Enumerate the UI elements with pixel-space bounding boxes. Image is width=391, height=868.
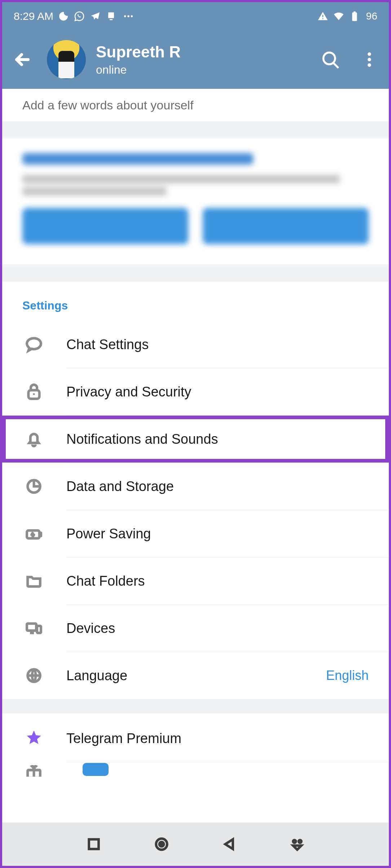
more-menu-button[interactable] (360, 50, 379, 69)
more-dots-icon (121, 10, 136, 22)
svg-point-23 (293, 840, 296, 843)
settings-row-chat-settings[interactable]: Chat Settings (2, 321, 389, 368)
profile-avatar[interactable] (47, 40, 86, 79)
svg-rect-8 (353, 12, 355, 13)
settings-row-label: Chat Folders (66, 573, 369, 589)
divider-gap (2, 264, 389, 282)
lock-icon (22, 382, 45, 401)
dnd-moon-icon (58, 10, 69, 22)
back-button[interactable] (12, 49, 32, 70)
app-header: Supreeth R online (2, 30, 389, 89)
settings-row-label: Notifications and Sounds (66, 431, 369, 447)
svg-rect-5 (322, 15, 324, 17)
profile-status: online (96, 63, 181, 77)
whatsapp-icon (74, 10, 85, 22)
battery-icon (349, 10, 360, 22)
notification-icon (105, 10, 117, 22)
nav-keyboard-hide-button[interactable] (287, 834, 307, 854)
settings-row-chat-folders[interactable]: Chat Folders (2, 557, 389, 604)
bio-placeholder: Add a few words about yourself (22, 98, 193, 112)
devices-icon (22, 619, 45, 638)
new-badge (83, 763, 109, 776)
status-bar: 8:29 AM 96 (2, 2, 389, 30)
premium-star-icon (22, 729, 45, 748)
svg-point-9 (368, 52, 371, 56)
settings-row-label: Privacy and Security (66, 384, 369, 400)
settings-row-telegram-premium[interactable]: Telegram Premium (2, 715, 389, 762)
svg-point-2 (124, 15, 126, 17)
blurred-button-1[interactable] (22, 208, 188, 244)
svg-rect-0 (108, 12, 114, 18)
clock: 8:29 AM (14, 10, 53, 22)
premium-section: Telegram Premium X (2, 713, 389, 777)
settings-row-label: Telegram Premium (66, 731, 369, 746)
nav-back-button[interactable] (219, 834, 240, 854)
settings-row-label: Data and Storage (66, 479, 369, 494)
svg-point-3 (127, 15, 129, 17)
nav-home-button[interactable] (151, 834, 172, 854)
blurred-button-2[interactable] (203, 208, 369, 244)
svg-rect-1 (110, 19, 113, 20)
divider-gap (2, 121, 389, 139)
blurred-promo-card (2, 139, 389, 264)
settings-row-power-saving[interactable]: Power Saving (2, 510, 389, 557)
battery-charge-icon (22, 524, 45, 543)
settings-row-label: Chat Settings (66, 337, 369, 352)
svg-rect-16 (27, 624, 36, 631)
globe-icon (22, 666, 45, 685)
svg-point-4 (131, 15, 133, 17)
settings-row-gift-premium-partial[interactable]: X (2, 762, 389, 777)
svg-point-22 (158, 841, 165, 847)
svg-point-10 (368, 58, 371, 61)
section-gap (2, 699, 389, 713)
svg-rect-6 (322, 18, 324, 19)
svg-rect-20 (89, 839, 99, 849)
warning-icon (317, 10, 329, 22)
svg-point-13 (33, 393, 35, 395)
settings-row-devices[interactable]: Devices (2, 605, 389, 652)
wifi-icon (333, 10, 344, 22)
nav-recents-button[interactable] (84, 834, 104, 854)
settings-row-label: Devices (66, 621, 369, 636)
settings-section-title: Settings (2, 290, 389, 321)
settings-row-label: Language (66, 668, 326, 683)
gift-icon (22, 762, 45, 777)
settings-row-privacy[interactable]: Privacy and Security (2, 368, 389, 415)
svg-point-11 (368, 63, 371, 67)
bio-field[interactable]: Add a few words about yourself (2, 89, 389, 121)
system-nav-bar (2, 823, 389, 866)
pie-chart-icon (22, 477, 45, 496)
profile-name: Supreeth R (96, 43, 181, 61)
folder-icon (22, 572, 45, 590)
settings-section: Settings Chat Settings Privacy and Secur… (2, 282, 389, 699)
svg-rect-7 (352, 12, 357, 21)
battery-level: 96 (366, 10, 377, 22)
bell-icon (22, 430, 45, 448)
settings-row-label: Power Saving (66, 526, 369, 542)
settings-row-value: English (326, 668, 369, 683)
svg-rect-17 (37, 626, 41, 633)
telegram-icon (89, 10, 101, 22)
settings-row-language[interactable]: Language English (2, 652, 389, 699)
settings-row-notifications[interactable]: Notifications and Sounds (2, 416, 389, 463)
chat-bubble-icon (22, 335, 45, 354)
svg-point-24 (299, 840, 302, 843)
search-button[interactable] (321, 50, 340, 69)
settings-row-data-storage[interactable]: Data and Storage (2, 463, 389, 510)
